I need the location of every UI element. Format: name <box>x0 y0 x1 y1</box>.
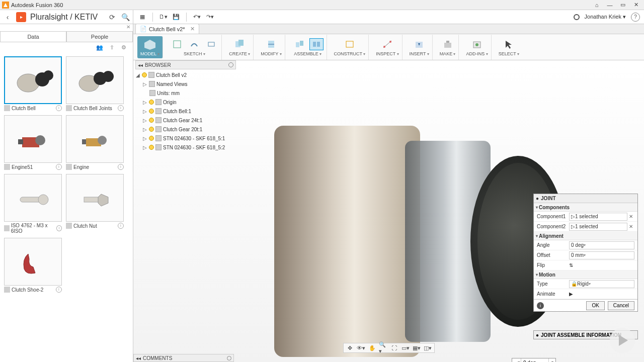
ribbon-insert[interactable]: INSERT <box>407 35 433 60</box>
viewport[interactable]: ◂◂ BROWSER ◢ Clutch Bell v2 ⚙ ▷Named Vie… <box>133 60 644 362</box>
new-folder-icon[interactable]: 👥 <box>96 44 104 52</box>
model-3d-view[interactable] <box>274 111 566 362</box>
breadcrumb[interactable]: Pluralsight / KETIV <box>30 13 104 22</box>
tree-node[interactable]: ▷Named Views <box>135 79 236 88</box>
window-close-icon[interactable]: ✕ <box>630 1 642 9</box>
visibility-icon[interactable] <box>142 72 147 77</box>
info-icon[interactable]: i <box>56 105 62 111</box>
info-icon[interactable]: i <box>118 164 124 170</box>
pin-icon[interactable] <box>228 62 233 67</box>
ribbon-sketch[interactable]: SKETCH <box>167 35 222 60</box>
sketch-create-icon[interactable] <box>170 38 184 50</box>
window-maximize-icon[interactable]: ▭ <box>617 1 629 9</box>
tree-node[interactable]: ▷Clutch Gear 24t:1 <box>135 116 236 125</box>
expand-icon[interactable]: ▷ <box>142 145 147 150</box>
angle-input[interactable]: 0 deg <box>569 241 634 249</box>
ribbon-inspect[interactable]: INSPECT <box>373 35 402 60</box>
thumb-clutch-shoe[interactable]: Clutch Shoe-2i <box>4 238 62 293</box>
type-dropdown[interactable]: 🔒 Rigid <box>569 280 634 288</box>
info-icon[interactable]: i <box>56 164 62 170</box>
visibility-icon[interactable] <box>149 109 154 114</box>
expand-icon[interactable]: ▷ <box>142 109 147 114</box>
thumb-clutch-bell[interactable]: Clutch Belli <box>4 56 62 111</box>
visibility-icon[interactable] <box>149 100 154 105</box>
section-motion[interactable]: Motion <box>534 270 637 279</box>
doc-tab-clutch-bell[interactable]: 📄 Clutch Bell v2* ✕ <box>135 24 199 34</box>
thumb-engine[interactable]: Enginei <box>66 115 124 170</box>
tree-node[interactable]: Units: mm <box>135 88 236 98</box>
ribbon-construct[interactable]: CONSTRUCT <box>331 35 369 60</box>
thumb-engine51[interactable]: Engine51i <box>4 115 62 170</box>
selection-field[interactable]: ▷ 1 selected <box>569 213 627 221</box>
expand-icon[interactable]: ▷ <box>142 81 147 87</box>
tree-node[interactable]: ▷STN 024630 - SKF 618_5:2 <box>135 143 236 152</box>
viewport-icon[interactable]: ◫▾ <box>423 344 432 352</box>
section-components[interactable]: Components <box>534 203 637 212</box>
expand-icon[interactable]: ▷ <box>142 118 147 123</box>
sketch-rect-icon[interactable] <box>204 38 218 50</box>
assemble-component-icon[interactable] <box>292 38 306 50</box>
offset-input[interactable]: 0 mm <box>569 251 634 259</box>
tree-node[interactable]: ▷Origin <box>135 98 236 107</box>
look-icon[interactable]: 👁▾ <box>357 344 366 352</box>
orbit-icon[interactable]: ✥ <box>346 344 355 352</box>
tree-root-row[interactable]: ◢ Clutch Bell v2 ⚙ <box>135 70 236 79</box>
tab-people[interactable]: People <box>66 31 133 42</box>
grid-view-icon[interactable]: ▦ <box>137 12 147 22</box>
cancel-button[interactable]: Cancel <box>608 301 634 310</box>
help-icon[interactable]: ? <box>631 13 640 22</box>
refresh-icon[interactable]: ⟳ <box>108 13 117 21</box>
ribbon-make[interactable]: MAKE <box>437 35 459 60</box>
info-icon[interactable]: i <box>118 105 124 111</box>
thumb-clutch-bell-joints[interactable]: Clutch Bell Jointsi <box>66 56 124 111</box>
thumb-clutch-nut[interactable]: Clutch Nuti <box>66 174 124 234</box>
expand-icon[interactable]: ▷ <box>142 100 147 105</box>
zoom-icon[interactable]: 🔍▾ <box>379 344 388 352</box>
visibility-icon[interactable] <box>149 127 154 132</box>
angle-value[interactable]: 0 deg <box>521 358 548 362</box>
comments-bar[interactable]: ◂◂ COMMENTS <box>133 354 234 362</box>
visibility-icon[interactable] <box>149 145 154 150</box>
floating-angle-input[interactable]: ▭▾ 0 deg ▾ <box>512 358 556 362</box>
back-icon[interactable]: ‹ <box>3 13 12 21</box>
info-icon[interactable]: i <box>56 287 62 293</box>
search-icon[interactable]: 🔍 <box>121 13 130 21</box>
ribbon-addins[interactable]: ADD-INS <box>463 35 491 60</box>
expand-icon[interactable]: ▷ <box>142 127 147 132</box>
user-menu[interactable]: Jonathan Kriek ▾ <box>585 14 626 20</box>
ribbon-modify[interactable]: MODIFY <box>258 35 285 60</box>
clear-selection-icon[interactable]: ✕ <box>627 214 634 219</box>
animate-play-icon[interactable]: ▶ <box>569 291 573 297</box>
close-tab-icon[interactable]: ✕ <box>190 26 195 32</box>
fit-icon[interactable]: ⛶ <box>390 344 399 352</box>
info-icon[interactable]: i <box>118 223 124 229</box>
tree-node[interactable]: ▷Clutch Gear 20t:1 <box>135 125 236 134</box>
grid-icon[interactable]: ▦▾ <box>412 344 421 352</box>
data-panel-close-icon[interactable]: ✕ <box>125 24 132 31</box>
expand-icon[interactable]: ▷ <box>142 136 147 141</box>
info-icon[interactable]: i <box>537 302 544 309</box>
sketch-line-icon[interactable] <box>187 38 201 50</box>
window-minimize-icon[interactable]: — <box>604 1 616 9</box>
settings-icon[interactable]: ⚙ <box>120 44 128 52</box>
info-icon[interactable]: i <box>56 225 62 231</box>
assemble-joint-icon[interactable] <box>309 38 324 50</box>
window-help-icon[interactable]: ⌂ <box>591 1 603 9</box>
tab-data[interactable]: Data <box>0 31 66 42</box>
browser-header[interactable]: ◂◂ BROWSER <box>135 60 236 69</box>
clear-selection-icon[interactable]: ✕ <box>627 224 634 229</box>
save-icon[interactable]: 💾 <box>171 12 181 22</box>
display-icon[interactable]: ▭▾ <box>401 344 410 352</box>
joint-dialog-header[interactable]: ●JOINT <box>534 194 637 203</box>
ribbon-select[interactable]: SELECT <box>496 35 522 60</box>
selection-field[interactable]: ▷ 1 selected <box>569 223 627 231</box>
pan-icon[interactable]: ✋ <box>368 344 377 352</box>
redo-icon[interactable]: ↷▾ <box>205 12 215 22</box>
tree-settings-icon[interactable]: ⚙ <box>190 72 195 78</box>
flip-icon[interactable]: ⇅ <box>569 262 573 268</box>
play-overlay-icon[interactable] <box>610 328 635 353</box>
record-icon[interactable] <box>574 14 580 20</box>
workspace-switcher[interactable]: MODEL <box>137 36 163 58</box>
collapse-icon[interactable]: ◂◂ <box>136 355 141 361</box>
upload-icon[interactable]: ⇪ <box>108 44 116 52</box>
